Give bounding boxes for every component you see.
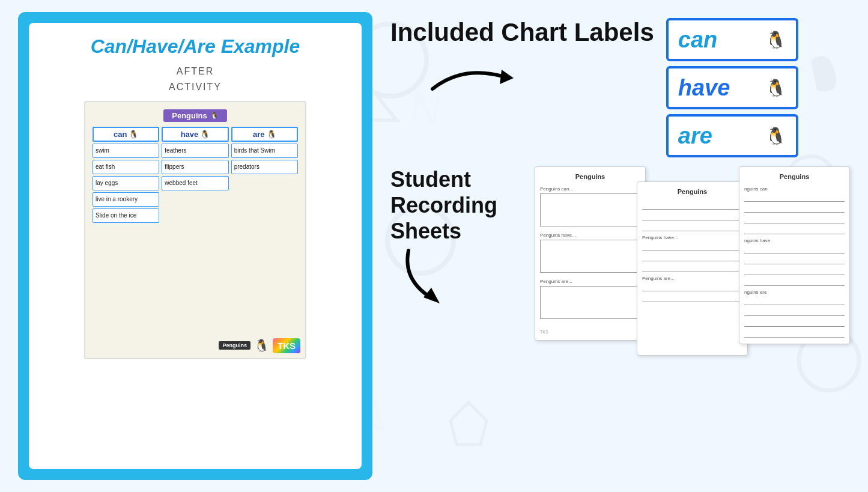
sheet-2-line-3 — [642, 223, 742, 231]
penguin-small-icon: 🐧 — [210, 112, 219, 120]
sheet-1-have-section: Penguins have... — [540, 232, 640, 275]
sheet-3-have-section: nguins have — [744, 238, 845, 286]
bottom-right-section: Student Recording Sheets Penguins Pengui… — [390, 166, 850, 356]
sheet-3-can-line-1 — [744, 193, 845, 202]
sheet-1-are-box — [540, 286, 640, 319]
chart-columns: can 🐧 swim eat fish lay eggs live in a r… — [93, 127, 298, 223]
are-card-penguin: 🐧 — [765, 126, 786, 146]
chart-label-cards: can 🐧 have 🐧 are 🐧 — [666, 18, 798, 157]
sheet-2-are-lines — [642, 283, 742, 302]
student-label-area: Student Recording Sheets — [390, 166, 526, 313]
chart-example-title: Can/Have/Are Example — [91, 35, 300, 58]
photo-footer: Penguins 🐧 TKS — [219, 338, 300, 353]
are-label-card: are 🐧 — [666, 114, 798, 157]
svg-marker-6 — [500, 70, 514, 84]
sheet-1-footer: TKS — [540, 330, 640, 334]
have-column: have 🐧 feathers flippers webbed feet — [162, 127, 228, 223]
are-label-word: are — [678, 123, 712, 149]
anchor-chart-sim: Penguins 🐧 can 🐧 swim eat fish — [85, 102, 305, 358]
sheet-3-have-line-4 — [744, 278, 845, 286]
sheet-3-have-line-2 — [744, 256, 845, 264]
chart-header-row: Penguins 🐧 — [93, 109, 298, 122]
have-cell-2: flippers — [162, 160, 228, 174]
sheet-3-can-line-3 — [744, 215, 845, 223]
sheet-2-have-label: Penguins have... — [642, 235, 742, 240]
sheet-1-have-box — [540, 240, 640, 273]
sheet-2-are-section: Penguins are... — [642, 276, 742, 302]
can-card-penguin: 🐧 — [765, 30, 786, 50]
recording-sheet-2: Penguins Penguins have... — [637, 181, 748, 356]
can-label-card: can 🐧 — [666, 18, 798, 61]
sheet-2-title: Penguins — [642, 188, 742, 195]
arrow-down-container — [390, 244, 463, 313]
left-inner: Can/Have/Are Example AFTER ACTIVITY Peng… — [29, 23, 362, 469]
are-penguin-icon: 🐧 — [267, 130, 276, 139]
sheet-2-have-line-3 — [642, 264, 742, 272]
sheet-3-title: Penguins — [744, 173, 845, 180]
have-penguin-icon: 🐧 — [200, 130, 210, 139]
sheet-3-are-line-1 — [744, 297, 845, 305]
sheet-1-title: Penguins — [540, 173, 640, 180]
penguin-footer-icon: 🐧 — [254, 338, 269, 353]
chart-subtitle: AFTER ACTIVITY — [169, 64, 222, 94]
sheet-1-can-box — [540, 193, 640, 226]
sheet-3-can-lines — [744, 193, 845, 234]
sheet-2-have-section: Penguins have... — [642, 235, 742, 272]
sheet-3-are-line-3 — [744, 318, 845, 327]
svg-marker-7 — [423, 288, 440, 303]
sheet-3-can-line-2 — [744, 204, 845, 213]
recording-sheet-3: Penguins nguins can nguins have — [739, 166, 850, 344]
are-column: are 🐧 birds that Swim predators — [231, 127, 298, 223]
penguins-footer-label: Penguins — [219, 341, 250, 350]
sheet-3-are-label: nguins are — [744, 290, 845, 295]
have-label-word: have — [678, 75, 730, 101]
left-panel: Can/Have/Are Example AFTER ACTIVITY Peng… — [18, 12, 372, 480]
can-cell-5: Slide on the ice — [93, 208, 159, 223]
sheet-3-can-section: nguins can — [744, 186, 845, 234]
sheet-2-can-section — [642, 201, 742, 231]
included-chart-labels-heading: Included Chart Labels — [390, 18, 654, 47]
sheet-3-can-label: nguins can — [744, 186, 845, 192]
arrow-right-svg — [426, 53, 523, 101]
sheet-2-are-line-1 — [642, 283, 742, 291]
sheet-2-are-label: Penguins are... — [642, 276, 742, 281]
sheet-1-are-section: Penguins are... — [540, 279, 640, 321]
can-cell-1: swim — [93, 144, 159, 158]
arrow-down-svg — [390, 244, 463, 311]
sheet-1-can-section: Penguins can... — [540, 186, 640, 229]
have-card-penguin: 🐧 — [765, 78, 786, 98]
top-right-section: Included Chart Labels can 🐧 have 🐧 — [390, 12, 850, 157]
can-column: can 🐧 swim eat fish lay eggs live in a r… — [93, 127, 159, 223]
sheet-1-have-label: Penguins have... — [540, 232, 640, 238]
student-recording-heading: Student Recording Sheets — [390, 166, 526, 244]
right-panel: Included Chart Labels can 🐧 have 🐧 — [390, 12, 850, 480]
arrow-right-container — [426, 53, 523, 103]
are-cell-1: birds that Swim — [231, 144, 298, 158]
are-cell-2: predators — [231, 160, 298, 174]
sheet-2-have-line-2 — [642, 253, 742, 261]
sheet-3-are-section: nguins are — [744, 290, 845, 338]
recording-sheet-1: Penguins Penguins can... Penguins have..… — [535, 166, 646, 341]
can-header: can 🐧 — [93, 127, 159, 142]
tks-badge: TKS — [273, 338, 300, 353]
can-cell-2: eat fish — [93, 160, 159, 174]
sheet-2-can-lines — [642, 201, 742, 231]
sheet-3-have-label: nguins have — [744, 238, 845, 243]
sheet-2-are-line-2 — [642, 294, 742, 302]
can-label-word: can — [678, 27, 717, 53]
sheet-1-can-label: Penguins can... — [540, 186, 640, 192]
sheet-2-have-line-1 — [642, 242, 742, 251]
sheet-3-are-line-2 — [744, 308, 845, 316]
have-cell-1: feathers — [162, 144, 228, 158]
sheet-3-are-line-4 — [744, 329, 845, 338]
sheet-3-can-line-4 — [744, 226, 845, 234]
have-header: have 🐧 — [162, 127, 228, 142]
can-penguin-icon: 🐧 — [129, 130, 138, 139]
are-header: are 🐧 — [231, 127, 298, 142]
can-cell-3: lay eggs — [93, 176, 159, 190]
recording-sheets-container: Penguins Penguins can... Penguins have..… — [535, 166, 850, 356]
sheet-3-are-lines — [744, 297, 845, 338]
sheet-2-have-lines — [642, 242, 742, 272]
chart-labels-text-area: Included Chart Labels — [390, 12, 654, 103]
have-label-card: have 🐧 — [666, 66, 798, 109]
